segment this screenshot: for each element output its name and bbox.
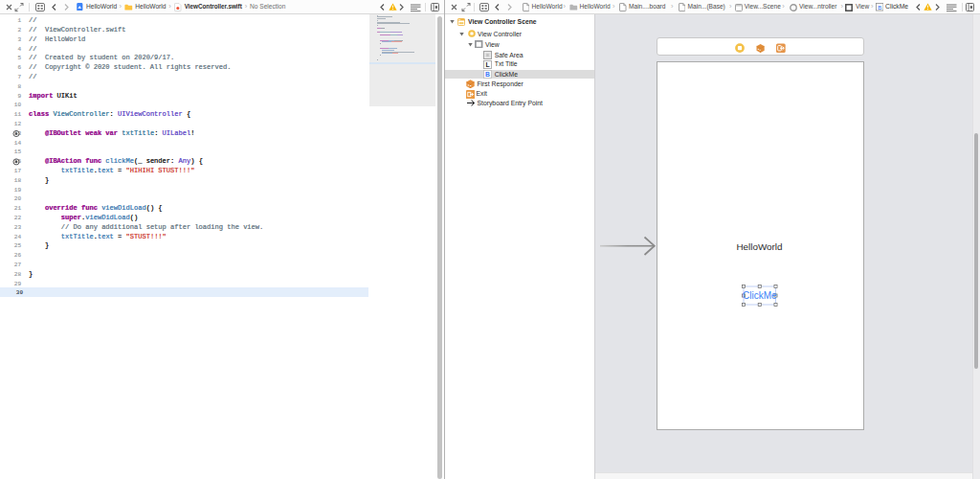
svg-text:L: L bbox=[485, 61, 489, 68]
svg-text:B: B bbox=[878, 4, 881, 11]
svg-text:B: B bbox=[485, 71, 490, 78]
